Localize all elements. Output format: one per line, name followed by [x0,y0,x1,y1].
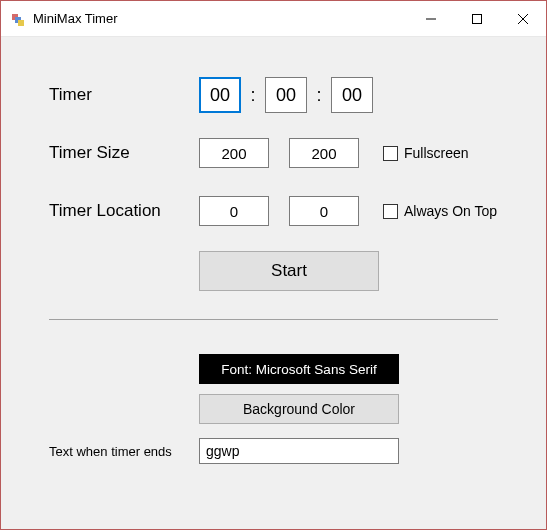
titlebar: MiniMax Timer [1,1,546,37]
location-fields: Always On Top [199,196,497,226]
always-on-top-label: Always On Top [404,203,497,219]
window-title: MiniMax Timer [33,11,408,26]
timer-seconds-input[interactable] [331,77,373,113]
location-row: Timer Location Always On Top [49,193,498,229]
minimize-button[interactable] [408,1,454,37]
timer-fields: : : [199,77,373,113]
app-icon [11,11,27,27]
content-area: Timer : : Timer Size Fullscreen Timer Lo… [1,37,546,529]
fullscreen-label: Fullscreen [404,145,469,161]
close-button[interactable] [500,1,546,37]
start-button[interactable]: Start [199,251,379,291]
fullscreen-checkbox-wrap[interactable]: Fullscreen [383,145,469,161]
location-x-input[interactable] [199,196,269,226]
svg-rect-2 [18,20,24,26]
location-y-input[interactable] [289,196,359,226]
size-fields: Fullscreen [199,138,469,168]
colon-icon: : [307,85,331,106]
font-button[interactable]: Font: Microsoft Sans Serif [199,354,399,384]
location-label: Timer Location [49,201,199,221]
timer-minutes-input[interactable] [265,77,307,113]
size-width-input[interactable] [199,138,269,168]
size-height-input[interactable] [289,138,359,168]
always-on-top-checkbox[interactable] [383,204,398,219]
background-color-button[interactable]: Background Color [199,394,399,424]
size-label: Timer Size [49,143,199,163]
end-text-row: Text when timer ends [49,438,498,464]
svg-rect-4 [473,14,482,23]
colon-icon: : [241,85,265,106]
end-text-label: Text when timer ends [49,444,199,459]
divider [49,319,498,320]
end-text-input[interactable] [199,438,399,464]
always-on-top-checkbox-wrap[interactable]: Always On Top [383,203,497,219]
timer-row: Timer : : [49,77,498,113]
fullscreen-checkbox[interactable] [383,146,398,161]
size-row: Timer Size Fullscreen [49,135,498,171]
timer-label: Timer [49,85,199,105]
maximize-button[interactable] [454,1,500,37]
timer-hours-input[interactable] [199,77,241,113]
